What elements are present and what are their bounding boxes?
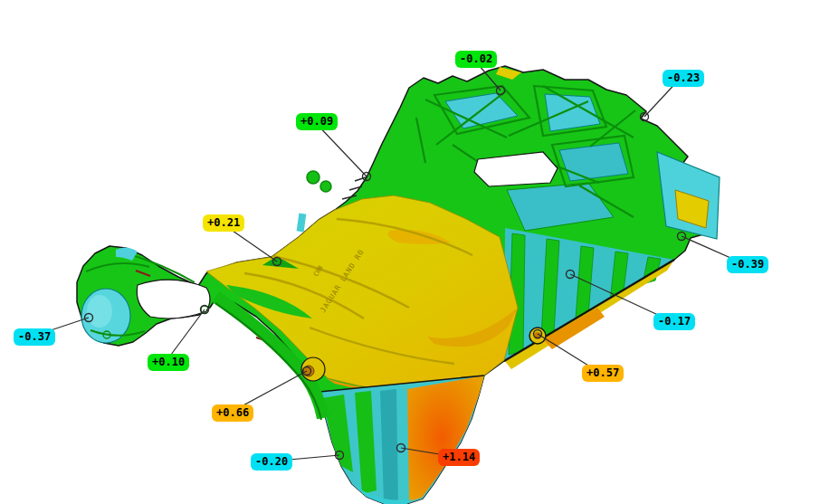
deviation-label[interactable]: -0.02 xyxy=(455,51,497,68)
deviation-label[interactable]: +0.09 xyxy=(296,113,338,130)
deviation-label[interactable]: -0.23 xyxy=(663,70,704,87)
deviation-label[interactable]: +0.21 xyxy=(203,214,244,232)
deviation-label[interactable]: -0.20 xyxy=(251,453,292,471)
deviation-label[interactable]: +0.66 xyxy=(212,404,253,422)
model-sump xyxy=(319,376,484,504)
deviation-label[interactable]: +0.57 xyxy=(582,365,624,382)
deviation-label[interactable]: -0.37 xyxy=(14,328,55,346)
deviation-label[interactable]: -0.17 xyxy=(653,313,695,330)
deviation-label[interactable]: +0.10 xyxy=(148,354,189,371)
inspection-viewport: JAGUAR LAND RO C08 xyxy=(0,0,839,504)
deviation-label[interactable]: -0.39 xyxy=(727,256,768,273)
deviation-label[interactable]: +1.14 xyxy=(438,449,480,466)
model-3d-view[interactable]: JAGUAR LAND RO C08 xyxy=(0,0,839,504)
